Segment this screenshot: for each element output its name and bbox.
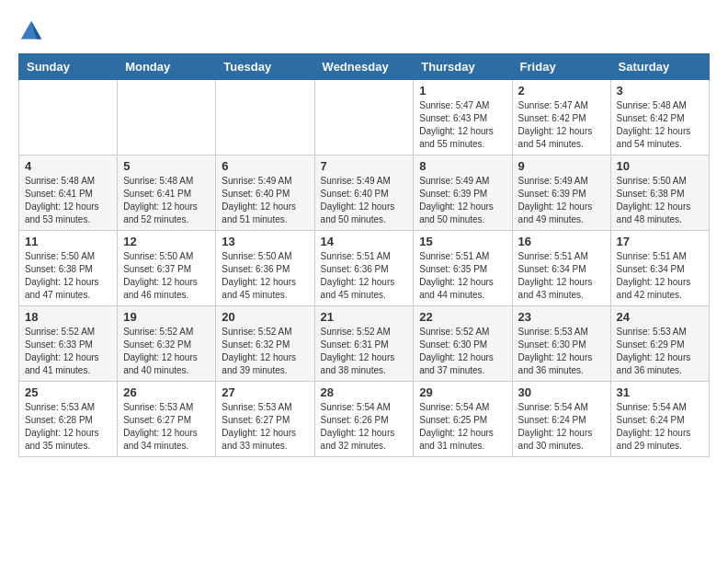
- calendar-cell: 24Sunrise: 5:53 AM Sunset: 6:29 PM Dayli…: [610, 306, 709, 382]
- day-number: 28: [321, 385, 408, 399]
- calendar-body: 1Sunrise: 5:47 AM Sunset: 6:43 PM Daylig…: [19, 80, 710, 457]
- day-info: Sunrise: 5:50 AM Sunset: 6:38 PM Dayligh…: [25, 250, 111, 302]
- calendar-week-2: 4Sunrise: 5:48 AM Sunset: 6:41 PM Daylig…: [19, 155, 710, 231]
- day-number: 16: [518, 235, 605, 248]
- calendar-cell: 2Sunrise: 5:47 AM Sunset: 6:42 PM Daylig…: [512, 80, 610, 155]
- day-info: Sunrise: 5:48 AM Sunset: 6:42 PM Dayligh…: [617, 99, 703, 151]
- day-number: 9: [518, 159, 605, 173]
- day-number: 27: [222, 385, 308, 399]
- day-number: 26: [123, 385, 210, 399]
- logo: [18, 18, 48, 44]
- calendar-cell: 31Sunrise: 5:54 AM Sunset: 6:24 PM Dayli…: [610, 382, 709, 457]
- day-info: Sunrise: 5:53 AM Sunset: 6:29 PM Dayligh…: [617, 326, 703, 377]
- calendar-cell: 4Sunrise: 5:48 AM Sunset: 6:41 PM Daylig…: [19, 155, 118, 231]
- day-number: 29: [419, 385, 506, 399]
- day-number: 12: [123, 235, 210, 248]
- day-number: 19: [123, 310, 210, 324]
- page-header: [18, 18, 710, 44]
- day-number: 5: [123, 159, 210, 173]
- day-number: 13: [222, 235, 308, 248]
- day-info: Sunrise: 5:53 AM Sunset: 6:28 PM Dayligh…: [25, 401, 111, 453]
- day-number: 2: [518, 84, 605, 98]
- calendar-table: SundayMondayTuesdayWednesdayThursdayFrid…: [18, 53, 710, 457]
- day-info: Sunrise: 5:51 AM Sunset: 6:35 PM Dayligh…: [419, 250, 506, 302]
- calendar-cell: 16Sunrise: 5:51 AM Sunset: 6:34 PM Dayli…: [512, 231, 610, 306]
- calendar-cell: 20Sunrise: 5:52 AM Sunset: 6:32 PM Dayli…: [216, 306, 314, 382]
- day-number: 1: [419, 84, 506, 98]
- day-number: 15: [419, 235, 506, 248]
- calendar-cell: 10Sunrise: 5:50 AM Sunset: 6:38 PM Dayli…: [610, 155, 709, 231]
- calendar-cell: [19, 80, 118, 155]
- calendar-header-thursday: Thursday: [414, 54, 512, 80]
- day-info: Sunrise: 5:51 AM Sunset: 6:34 PM Dayligh…: [617, 250, 703, 302]
- calendar-cell: 3Sunrise: 5:48 AM Sunset: 6:42 PM Daylig…: [610, 80, 709, 155]
- day-number: 23: [518, 310, 605, 324]
- calendar-cell: 9Sunrise: 5:49 AM Sunset: 6:39 PM Daylig…: [512, 155, 610, 231]
- day-number: 20: [222, 310, 308, 324]
- calendar-cell: 22Sunrise: 5:52 AM Sunset: 6:30 PM Dayli…: [414, 306, 512, 382]
- day-info: Sunrise: 5:53 AM Sunset: 6:27 PM Dayligh…: [123, 401, 210, 453]
- day-number: 30: [518, 385, 605, 399]
- calendar-cell: 25Sunrise: 5:53 AM Sunset: 6:28 PM Dayli…: [19, 382, 118, 457]
- calendar-cell: 5Sunrise: 5:48 AM Sunset: 6:41 PM Daylig…: [118, 155, 216, 231]
- day-info: Sunrise: 5:54 AM Sunset: 6:24 PM Dayligh…: [617, 401, 703, 453]
- day-number: 7: [321, 159, 408, 173]
- day-number: 3: [617, 84, 703, 98]
- day-number: 6: [222, 159, 308, 173]
- calendar-cell: 23Sunrise: 5:53 AM Sunset: 6:30 PM Dayli…: [512, 306, 610, 382]
- day-info: Sunrise: 5:49 AM Sunset: 6:39 PM Dayligh…: [518, 175, 605, 226]
- day-info: Sunrise: 5:47 AM Sunset: 6:43 PM Dayligh…: [419, 99, 506, 151]
- day-number: 11: [25, 235, 111, 248]
- calendar-week-4: 18Sunrise: 5:52 AM Sunset: 6:33 PM Dayli…: [19, 306, 710, 382]
- calendar-cell: 19Sunrise: 5:52 AM Sunset: 6:32 PM Dayli…: [118, 306, 216, 382]
- calendar-cell: 7Sunrise: 5:49 AM Sunset: 6:40 PM Daylig…: [314, 155, 414, 231]
- calendar-week-3: 11Sunrise: 5:50 AM Sunset: 6:38 PM Dayli…: [19, 231, 710, 306]
- calendar-header-sunday: Sunday: [19, 54, 118, 80]
- calendar-header-tuesday: Tuesday: [216, 54, 314, 80]
- day-info: Sunrise: 5:49 AM Sunset: 6:39 PM Dayligh…: [419, 175, 506, 226]
- day-info: Sunrise: 5:54 AM Sunset: 6:26 PM Dayligh…: [321, 401, 408, 453]
- calendar-week-5: 25Sunrise: 5:53 AM Sunset: 6:28 PM Dayli…: [19, 382, 710, 457]
- day-info: Sunrise: 5:53 AM Sunset: 6:30 PM Dayligh…: [518, 326, 605, 377]
- day-number: 4: [25, 159, 111, 173]
- calendar-header-saturday: Saturday: [610, 54, 709, 80]
- calendar-cell: 1Sunrise: 5:47 AM Sunset: 6:43 PM Daylig…: [414, 80, 512, 155]
- day-number: 17: [617, 235, 703, 248]
- calendar-cell: 14Sunrise: 5:51 AM Sunset: 6:36 PM Dayli…: [314, 231, 414, 306]
- calendar-cell: 18Sunrise: 5:52 AM Sunset: 6:33 PM Dayli…: [19, 306, 118, 382]
- day-number: 31: [617, 385, 703, 399]
- day-info: Sunrise: 5:47 AM Sunset: 6:42 PM Dayligh…: [518, 99, 605, 151]
- day-info: Sunrise: 5:52 AM Sunset: 6:30 PM Dayligh…: [419, 326, 506, 377]
- calendar-cell: 13Sunrise: 5:50 AM Sunset: 6:36 PM Dayli…: [216, 231, 314, 306]
- calendar-cell: 30Sunrise: 5:54 AM Sunset: 6:24 PM Dayli…: [512, 382, 610, 457]
- day-number: 24: [617, 310, 703, 324]
- day-info: Sunrise: 5:54 AM Sunset: 6:25 PM Dayligh…: [419, 401, 506, 453]
- calendar-cell: 11Sunrise: 5:50 AM Sunset: 6:38 PM Dayli…: [19, 231, 118, 306]
- day-info: Sunrise: 5:52 AM Sunset: 6:32 PM Dayligh…: [222, 326, 308, 377]
- day-number: 25: [25, 385, 111, 399]
- calendar-cell: [216, 80, 314, 155]
- day-info: Sunrise: 5:53 AM Sunset: 6:27 PM Dayligh…: [222, 401, 308, 453]
- day-info: Sunrise: 5:52 AM Sunset: 6:33 PM Dayligh…: [25, 326, 111, 377]
- day-number: 21: [321, 310, 408, 324]
- calendar-cell: 26Sunrise: 5:53 AM Sunset: 6:27 PM Dayli…: [118, 382, 216, 457]
- day-info: Sunrise: 5:50 AM Sunset: 6:36 PM Dayligh…: [222, 250, 308, 302]
- calendar-week-1: 1Sunrise: 5:47 AM Sunset: 6:43 PM Daylig…: [19, 80, 710, 155]
- day-info: Sunrise: 5:54 AM Sunset: 6:24 PM Dayligh…: [518, 401, 605, 453]
- calendar-cell: 6Sunrise: 5:49 AM Sunset: 6:40 PM Daylig…: [216, 155, 314, 231]
- calendar-cell: 27Sunrise: 5:53 AM Sunset: 6:27 PM Dayli…: [216, 382, 314, 457]
- day-number: 14: [321, 235, 408, 248]
- day-info: Sunrise: 5:52 AM Sunset: 6:31 PM Dayligh…: [321, 326, 408, 377]
- calendar-header-friday: Friday: [512, 54, 610, 80]
- day-info: Sunrise: 5:48 AM Sunset: 6:41 PM Dayligh…: [25, 175, 111, 226]
- calendar-cell: 17Sunrise: 5:51 AM Sunset: 6:34 PM Dayli…: [610, 231, 709, 306]
- day-number: 22: [419, 310, 506, 324]
- calendar-header-row: SundayMondayTuesdayWednesdayThursdayFrid…: [19, 54, 710, 80]
- day-info: Sunrise: 5:48 AM Sunset: 6:41 PM Dayligh…: [123, 175, 210, 226]
- day-info: Sunrise: 5:51 AM Sunset: 6:34 PM Dayligh…: [518, 250, 605, 302]
- day-number: 8: [419, 159, 506, 173]
- calendar-cell: 21Sunrise: 5:52 AM Sunset: 6:31 PM Dayli…: [314, 306, 414, 382]
- day-number: 18: [25, 310, 111, 324]
- day-number: 10: [617, 159, 703, 173]
- calendar-header-monday: Monday: [118, 54, 216, 80]
